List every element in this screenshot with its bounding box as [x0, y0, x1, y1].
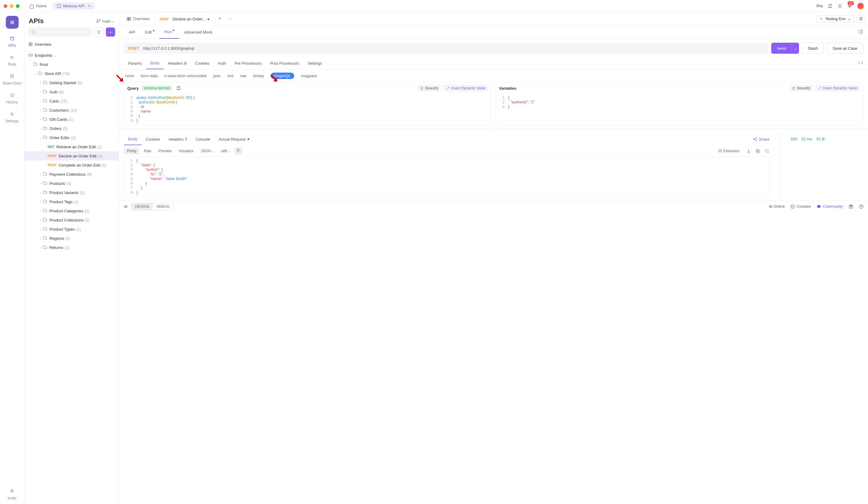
resptab-headers[interactable]: Headers7: [165, 133, 192, 145]
beautify-button[interactable]: Beautify: [417, 85, 441, 92]
rail-settings[interactable]: Settings: [6, 111, 19, 123]
view-raw[interactable]: Raw: [141, 148, 154, 154]
tree-item[interactable]: ›Gift Cards(1): [24, 115, 119, 124]
tree-item[interactable]: ›Auth(6): [24, 87, 119, 96]
tab-medusa-api[interactable]: Medusa API ✕: [53, 2, 95, 10]
subtab-run[interactable]: Run: [159, 25, 179, 39]
help-icon[interactable]: [859, 204, 864, 209]
tree-item[interactable]: ›Product Types(1): [24, 224, 119, 234]
bodytype-none[interactable]: none: [125, 74, 134, 78]
panel-toggle-button[interactable]: [858, 29, 863, 35]
tree-item[interactable]: ›Orders(5): [24, 124, 119, 133]
format-select[interactable]: JSON ⌵: [198, 148, 217, 154]
search-input[interactable]: [28, 28, 92, 36]
minimize-window[interactable]: [10, 4, 13, 8]
tree-item[interactable]: ›Regions(2): [24, 234, 119, 243]
tree-item[interactable]: POSTComplete an Order Edit(1): [24, 160, 119, 170]
subtab-mock[interactable]: Advanced Mock: [179, 25, 217, 39]
reqtab-body[interactable]: Body: [146, 57, 164, 69]
tab-overview[interactable]: Overview: [122, 12, 154, 25]
resptab-cookies[interactable]: Cookies: [142, 133, 165, 145]
reqtab-headers[interactable]: Headers9: [164, 57, 190, 69]
view-visualize[interactable]: Visualize: [176, 148, 197, 154]
beautify-button[interactable]: Beautify: [789, 85, 813, 92]
bodytype-xml[interactable]: xml: [227, 74, 233, 78]
online-status[interactable]: Online: [769, 204, 785, 209]
close-window[interactable]: [4, 4, 7, 8]
rail-history[interactable]: History: [7, 92, 18, 104]
environment-selector[interactable]: Te Testing Env ⌵: [816, 15, 854, 23]
reqtab-post[interactable]: Post Processors: [266, 57, 303, 69]
insert-dynamic-button[interactable]: Insert Dynamic Value: [443, 85, 488, 92]
tree-item[interactable]: ›Product Categories(2): [24, 206, 119, 216]
extraction-button[interactable]: Extraction: [716, 148, 742, 154]
collapse-icon[interactable]: [123, 204, 128, 209]
url-input[interactable]: POST http://127.0.0.1:9000/graphql: [124, 43, 768, 54]
share-button[interactable]: Share: [753, 137, 769, 141]
tree-item[interactable]: ⌵Store API(74): [24, 69, 119, 78]
cookies-button[interactable]: Cookies: [790, 204, 811, 209]
filter-button[interactable]: [94, 28, 103, 36]
reqtab-params[interactable]: Params: [124, 57, 146, 69]
send-dropdown-button[interactable]: ⌵: [792, 43, 799, 54]
view-pretty[interactable]: Pretty: [124, 148, 140, 154]
tree-item[interactable]: ›Returns(1): [24, 243, 119, 252]
bodytype-raw[interactable]: raw: [240, 74, 247, 78]
refresh-icon[interactable]: [176, 86, 181, 91]
gift-icon[interactable]: [848, 204, 853, 209]
add-tab-button[interactable]: +: [215, 15, 225, 22]
tree-item[interactable]: ›Product Collections(2): [24, 216, 119, 224]
rail-invite[interactable]: Invite: [8, 487, 17, 500]
tree-item[interactable]: ›Customers(10): [24, 106, 119, 115]
rail-apis[interactable]: APIs: [8, 35, 16, 48]
subtab-api[interactable]: API: [124, 25, 140, 39]
tree-item[interactable]: GETRetrieve an Order Edit(1): [24, 142, 119, 151]
mode-debug[interactable]: DEBUG: [153, 203, 173, 210]
refresh-icon[interactable]: [828, 4, 833, 9]
bodytype-json[interactable]: json: [213, 74, 221, 78]
variables-editor[interactable]: 1{2 "authorId": "2"3}: [496, 94, 863, 111]
resptab-console[interactable]: Console: [192, 133, 215, 145]
tree-item[interactable]: Root: [24, 60, 119, 69]
app-logo[interactable]: [6, 16, 19, 29]
reqtab-cookies[interactable]: Cookies: [191, 57, 214, 69]
subtab-edit[interactable]: Edit: [140, 25, 159, 39]
bodytype-binary[interactable]: binary: [253, 74, 264, 78]
tree-item[interactable]: POSTDecline an Order Edit(1): [24, 151, 119, 160]
reqtab-pre[interactable]: Pre Processors: [230, 57, 266, 69]
resize-handle[interactable]: ⋯: [119, 129, 868, 133]
tree-item[interactable]: ›Payment Collections(6): [24, 170, 119, 179]
tree-item[interactable]: ›Product Tags(1): [24, 197, 119, 206]
close-icon[interactable]: ✕: [87, 4, 91, 8]
insert-dynamic-button[interactable]: Insert Dynamic Value: [815, 85, 860, 92]
search-icon[interactable]: [765, 149, 769, 154]
resptab-actual[interactable]: Actual Request: [215, 133, 254, 145]
save-as-case-button[interactable]: Save as Case: [827, 43, 863, 54]
tree-item[interactable]: ›Product Variants(2): [24, 188, 119, 197]
gear-icon[interactable]: [837, 4, 843, 9]
tree-item[interactable]: ›Products(3): [24, 179, 119, 188]
rail-share[interactable]: Share Docs: [2, 73, 22, 85]
bodytype-form[interactable]: form-data: [141, 74, 158, 78]
tab-menu-button[interactable]: ⋯: [225, 17, 236, 21]
hamburger-button[interactable]: ☰: [856, 15, 866, 23]
community-button[interactable]: Community: [816, 204, 843, 209]
notifications[interactable]: 12: [847, 3, 852, 9]
branch-selector[interactable]: main ⌵: [96, 19, 114, 23]
maximize-window[interactable]: [16, 4, 20, 8]
rail-tests[interactable]: Tests: [8, 54, 16, 66]
tab-home[interactable]: Home: [25, 2, 50, 10]
stash-button[interactable]: Stash: [802, 43, 824, 54]
view-preview[interactable]: Preview: [155, 148, 175, 154]
download-icon[interactable]: [746, 149, 751, 154]
mode-design[interactable]: DESIGN: [132, 203, 153, 210]
response-body[interactable]: 1{2 "data": {3 "author": {4 "id": "2",5 …: [124, 157, 769, 197]
send-button[interactable]: Send: [771, 43, 792, 54]
avatar[interactable]: [857, 2, 864, 10]
query-editor[interactable]: 1query GetAuthor($authorId: ID!) {2 auth…: [124, 94, 491, 125]
reqtab-settings[interactable]: Settings: [303, 57, 326, 69]
code-export-button[interactable]: [858, 60, 863, 66]
overview-item[interactable]: Overview: [24, 40, 119, 49]
pro-label[interactable]: Pro: [817, 4, 823, 8]
add-button[interactable]: +: [106, 28, 115, 36]
